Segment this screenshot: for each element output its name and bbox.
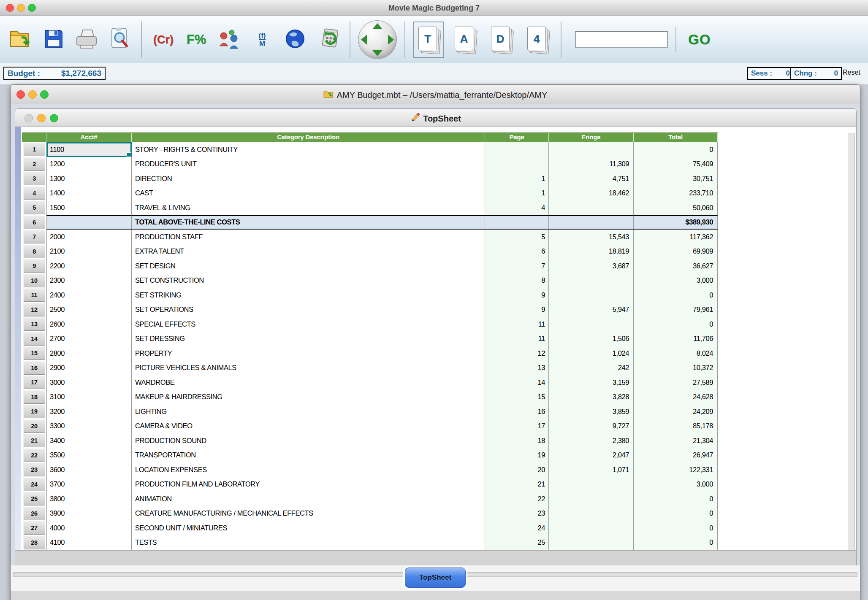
cell-total[interactable]: 0 — [634, 142, 718, 157]
cell-page[interactable]: 15 — [485, 390, 549, 405]
row-number-button[interactable]: 20 — [22, 419, 46, 434]
cell-page[interactable]: 16 — [485, 404, 549, 419]
header-row-number[interactable] — [22, 133, 46, 142]
row-number-button[interactable]: 7 — [22, 230, 46, 244]
cell-description[interactable]: PRODUCTION FILM AND LABORATORY — [132, 477, 485, 492]
cell-fringe[interactable]: 1,024 — [549, 346, 634, 361]
cell-acct[interactable]: 3900 — [46, 506, 132, 521]
nav-left-icon[interactable] — [361, 35, 367, 45]
cell-total[interactable]: 233,710 — [634, 186, 718, 201]
cell-acct[interactable] — [46, 215, 132, 230]
cell-total[interactable]: 0 — [634, 535, 718, 550]
cell-acct[interactable]: 2900 — [46, 361, 132, 376]
row-number-button[interactable]: 1 — [22, 142, 46, 157]
save-button[interactable] — [40, 23, 68, 56]
cell-description[interactable]: SET DRESSING — [132, 332, 485, 346]
cell-acct[interactable]: 3700 — [46, 477, 132, 492]
cell-description[interactable]: SECOND UNIT / MINIATURES — [132, 521, 485, 535]
cell-acct[interactable]: 3400 — [46, 433, 132, 448]
cell-page[interactable]: 17 — [485, 419, 549, 434]
cell-acct[interactable]: 4000 — [46, 521, 132, 535]
cell-page[interactable]: 19 — [485, 448, 549, 463]
cell-fringe[interactable]: 3,859 — [549, 404, 634, 419]
cell-acct[interactable]: 2000 — [46, 230, 132, 244]
cell-description[interactable]: PROPERTY — [132, 346, 485, 361]
cell-total[interactable]: $389,930 — [634, 215, 718, 230]
row-number-button[interactable]: 22 — [22, 448, 46, 463]
cell-page[interactable]: 23 — [485, 506, 549, 521]
cell-fringe[interactable]: 2,380 — [549, 433, 634, 448]
calculator-refresh-button[interactable] — [314, 23, 342, 56]
cell-total[interactable]: 0 — [634, 492, 718, 506]
cell-description[interactable]: WARDROBE — [132, 375, 485, 390]
search-input[interactable] — [575, 31, 668, 48]
cell-acct[interactable]: 1300 — [46, 171, 132, 186]
cell-fringe[interactable] — [549, 521, 634, 535]
cell-acct[interactable]: 1500 — [46, 200, 132, 215]
cell-total[interactable]: 79,961 — [634, 303, 718, 317]
cell-acct[interactable]: 2800 — [46, 346, 132, 361]
cell-total[interactable]: 24,209 — [634, 404, 718, 419]
cell-total[interactable]: 10,372 — [634, 361, 718, 376]
cell-page[interactable]: 13 — [485, 361, 549, 376]
row-number-button[interactable]: 28 — [22, 535, 46, 550]
cell-page[interactable]: 1 — [485, 171, 549, 186]
cell-fringe[interactable] — [549, 492, 634, 506]
cell-description[interactable]: CREATURE MANUFACTURING / MECHANICAL EFFE… — [132, 506, 485, 521]
cell-description[interactable]: MAKEUP & HAIRDRESSING — [132, 390, 485, 405]
cell-fringe[interactable]: 5,947 — [549, 303, 634, 317]
currency-button[interactable]: (Cr) — [149, 23, 177, 56]
cell-total[interactable]: 122,331 — [634, 462, 718, 477]
cell-page[interactable]: 14 — [485, 375, 549, 390]
row-number-button[interactable]: 26 — [22, 506, 46, 521]
cell-total[interactable]: 3,000 — [634, 273, 718, 288]
globals-button[interactable] — [215, 23, 243, 56]
cell-description[interactable]: TRAVEL & LIVING — [132, 200, 485, 215]
cell-acct[interactable]: 3600 — [46, 462, 132, 477]
cell-page[interactable]: 22 — [485, 492, 549, 506]
cell-description[interactable]: CAMERA & VIDEO — [132, 419, 485, 434]
cell-fringe[interactable] — [549, 535, 634, 550]
cell-fringe[interactable] — [549, 273, 634, 288]
cell-page[interactable]: 5 — [485, 230, 549, 244]
cell-description[interactable]: PRODUCTION STAFF — [132, 230, 485, 244]
cell-page[interactable]: 4 — [485, 200, 549, 215]
cell-fringe[interactable] — [549, 477, 634, 492]
cell-page[interactable] — [485, 142, 549, 157]
cell-total[interactable]: 26,947 — [634, 448, 718, 463]
cell-total[interactable]: 69,909 — [634, 244, 718, 259]
cell-acct[interactable]: 4100 — [46, 535, 132, 550]
row-number-button[interactable]: 13 — [22, 317, 46, 332]
cell-total[interactable]: 117,362 — [634, 230, 718, 244]
cell-acct[interactable]: 3200 — [46, 404, 132, 419]
cell-page[interactable]: 11 — [485, 317, 549, 332]
print-button[interactable] — [73, 23, 100, 56]
cell-acct[interactable]: 2100 — [46, 244, 132, 259]
cell-acct[interactable]: 2500 — [46, 303, 132, 317]
cell-page[interactable]: 8 — [485, 273, 549, 288]
cell-fringe[interactable] — [549, 142, 634, 157]
cell-fringe[interactable]: 4,751 — [549, 171, 634, 186]
cell-fringe[interactable] — [549, 506, 634, 521]
header-total[interactable]: Total — [634, 133, 718, 142]
cell-acct[interactable]: 1200 — [46, 157, 132, 172]
cell-page[interactable]: 6 — [485, 244, 549, 259]
topsheet-tab-button[interactable]: TopSheet — [405, 568, 466, 588]
cell-acct[interactable]: 2200 — [46, 259, 132, 273]
cell-acct[interactable]: 3100 — [46, 390, 132, 405]
row-number-button[interactable]: 4 — [22, 186, 46, 201]
cell-acct[interactable]: 2600 — [46, 317, 132, 332]
header-fringe[interactable]: Fringe — [549, 133, 634, 142]
cell-fringe[interactable]: 11,309 — [549, 157, 634, 172]
cell-acct[interactable]: 3000 — [46, 375, 132, 390]
row-number-button[interactable]: 21 — [22, 433, 46, 448]
cell-total[interactable]: 50,060 — [634, 200, 718, 215]
cell-total[interactable]: 36,627 — [634, 259, 718, 273]
cell-fringe[interactable] — [549, 317, 634, 332]
cell-acct[interactable]: 3500 — [46, 448, 132, 463]
cell-page[interactable]: 18 — [485, 433, 549, 448]
cell-total[interactable]: 0 — [634, 317, 718, 332]
cell-fringe[interactable]: 1,071 — [549, 462, 634, 477]
row-number-button[interactable]: 19 — [22, 404, 46, 419]
cell-total[interactable]: 0 — [634, 288, 718, 303]
